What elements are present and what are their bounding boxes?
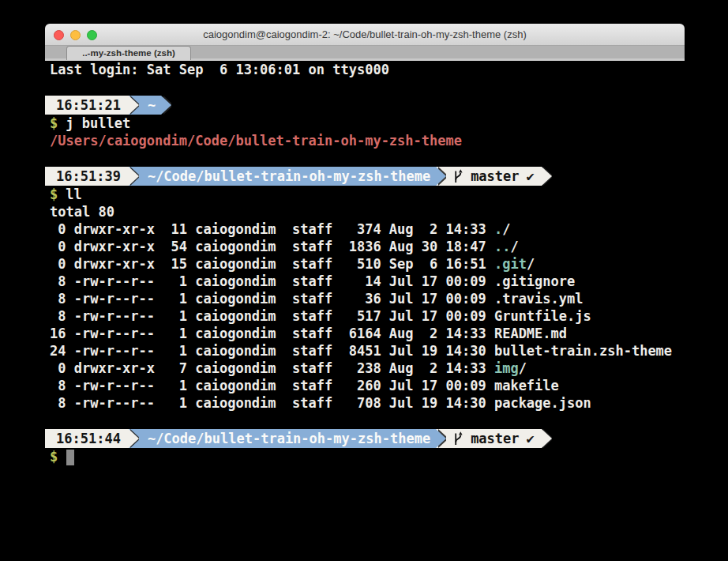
ls-suffix: / <box>510 239 518 254</box>
ls-meta: 0 drwxr-xr-x 11 caiogondim staff 374 Aug… <box>50 221 494 237</box>
ls-row: 0 drwxr-xr-x 11 caiogondim staff 374 Aug… <box>45 220 699 238</box>
command-line: $ll <box>45 186 699 203</box>
ls-suffix: / <box>527 256 535 272</box>
prompt-git-segment: master ✔ <box>446 167 542 186</box>
prompt-line: 16:51:44 ~/Code/bullet-train-oh-my-zsh-t… <box>45 429 699 448</box>
tab-bar: ..-my-zsh-theme (zsh) <box>45 46 685 61</box>
prompt-time-segment: 16:51:21 <box>45 96 129 115</box>
git-clean-check-icon: ✔ <box>527 431 535 446</box>
prompt-symbol: $ <box>50 186 58 202</box>
ls-meta: 16 -rw-r--r-- 1 caiogondim staff 6164 Au… <box>50 326 494 341</box>
ls-name: .. <box>494 239 510 254</box>
prompt-git-segment: master ✔ <box>446 429 542 448</box>
ls-meta: 8 -rw-r--r-- 1 caiogondim staff 14 Jul 1… <box>50 273 494 289</box>
powerline-separator-icon <box>436 167 446 186</box>
terminal-screen[interactable]: Last login: Sat Sep 6 13:06:01 on ttys00… <box>45 61 699 465</box>
ls-total-line: total 80 <box>45 203 699 220</box>
command-text: j bullet <box>66 115 130 131</box>
git-branch-name: master <box>471 431 519 446</box>
prompt-line: 16:51:21 ~ <box>45 96 699 115</box>
command-text: ll <box>66 186 81 202</box>
git-branch-icon <box>453 169 463 184</box>
prompt-dir: ~ <box>148 97 156 113</box>
ls-name: package.json <box>494 395 591 411</box>
ls-row: 16 -rw-r--r-- 1 caiogondim staff 6164 Au… <box>45 325 699 342</box>
powerline-separator-icon <box>129 96 139 115</box>
ls-name: .git <box>494 256 527 272</box>
ls-meta: 8 -rw-r--r-- 1 caiogondim staff 36 Jul 1… <box>50 291 494 307</box>
ls-row: 8 -rw-r--r-- 1 caiogondim staff 517 Jul … <box>45 307 699 325</box>
powerline-separator-icon <box>129 429 139 448</box>
ls-name: .travis.yml <box>494 291 584 307</box>
ls-row: 8 -rw-r--r-- 1 caiogondim staff 260 Jul … <box>45 377 699 394</box>
prompt-dir-segment: ~/Code/bullet-train-oh-my-zsh-theme <box>139 429 436 448</box>
zoom-button[interactable] <box>87 30 97 40</box>
traffic-lights <box>54 30 97 40</box>
ls-row: 0 drwxr-xr-x 54 caiogondim staff 1836 Au… <box>45 238 699 255</box>
ls-meta: 0 drwxr-xr-x 7 caiogondim staff 238 Aug … <box>50 360 494 376</box>
ls-suffix: / <box>502 221 510 237</box>
ls-meta: 8 -rw-r--r-- 1 caiogondim staff 708 Jul … <box>50 395 494 411</box>
prompt-dir: ~/Code/bullet-train-oh-my-zsh-theme <box>148 431 430 446</box>
ls-row: 0 drwxr-xr-x 7 caiogondim staff 238 Aug … <box>45 360 699 377</box>
window-title: caiogondim@caiogondim-2: ~/Code/bullet-t… <box>45 24 685 45</box>
prompt-time-segment: 16:51:44 <box>45 429 129 448</box>
jump-output-line: /Users/caiogondim/Code/bullet-train-oh-m… <box>45 132 699 149</box>
terminal-cursor <box>66 450 74 465</box>
ls-row: 8 -rw-r--r-- 1 caiogondim staff 36 Jul 1… <box>45 290 699 307</box>
command-line: $j bullet <box>45 115 699 132</box>
ls-name: Gruntfile.js <box>494 308 591 324</box>
minimize-button[interactable] <box>70 30 81 40</box>
ls-meta: 8 -rw-r--r-- 1 caiogondim staff 517 Jul … <box>50 308 494 324</box>
prompt-symbol: $ <box>50 449 58 465</box>
git-branch-name: master <box>471 168 519 184</box>
powerline-separator-icon <box>542 167 552 186</box>
prompt-line: 16:51:39 ~/Code/bullet-train-oh-my-zsh-t… <box>45 167 699 186</box>
blank-line <box>45 412 699 429</box>
prompt-time: 16:51:39 <box>56 168 121 184</box>
ls-name: README.md <box>494 326 567 341</box>
tab-my-zsh-theme[interactable]: ..-my-zsh-theme (zsh) <box>66 46 191 60</box>
prompt-time: 16:51:21 <box>56 97 121 113</box>
git-clean-check-icon: ✔ <box>527 168 535 184</box>
blank-line <box>45 78 699 96</box>
prompt-dir-segment: ~ <box>139 96 161 115</box>
command-line: $ <box>45 448 699 465</box>
ls-row: 8 -rw-r--r-- 1 caiogondim staff 708 Jul … <box>45 394 699 412</box>
ls-meta: 0 drwxr-xr-x 54 caiogondim staff 1836 Au… <box>50 239 494 254</box>
powerline-separator-icon <box>129 167 139 186</box>
ls-name: . <box>494 221 502 237</box>
powerline-separator-icon <box>436 429 446 448</box>
ls-name: bullet-train.zsh-theme <box>494 343 672 359</box>
close-button[interactable] <box>54 30 64 40</box>
ls-meta: 8 -rw-r--r-- 1 caiogondim staff 260 Jul … <box>50 378 494 393</box>
ls-row: 0 drwxr-xr-x 15 caiogondim staff 510 Sep… <box>45 255 699 273</box>
ls-suffix: / <box>519 360 527 376</box>
ls-name: .gitignore <box>494 273 575 289</box>
terminal-window: caiogondim@caiogondim-2: ~/Code/bullet-t… <box>45 24 685 61</box>
powerline-separator-icon <box>542 429 552 448</box>
last-login-line: Last login: Sat Sep 6 13:06:01 on ttys00… <box>45 61 699 78</box>
prompt-dir: ~/Code/bullet-train-oh-my-zsh-theme <box>148 168 430 184</box>
blank-line <box>45 149 699 167</box>
ls-meta: 24 -rw-r--r-- 1 caiogondim staff 8451 Ju… <box>50 343 494 359</box>
ls-row: 24 -rw-r--r-- 1 caiogondim staff 8451 Ju… <box>45 342 699 360</box>
ls-row: 8 -rw-r--r-- 1 caiogondim staff 14 Jul 1… <box>45 273 699 290</box>
prompt-time: 16:51:44 <box>56 431 121 446</box>
title-bar[interactable]: caiogondim@caiogondim-2: ~/Code/bullet-t… <box>45 24 685 46</box>
ls-name: img <box>494 360 519 376</box>
git-branch-icon <box>453 431 463 446</box>
prompt-time-segment: 16:51:39 <box>45 167 129 186</box>
powerline-separator-icon <box>161 96 171 115</box>
ls-meta: 0 drwxr-xr-x 15 caiogondim staff 510 Sep… <box>50 256 494 272</box>
ls-name: makefile <box>494 378 559 393</box>
prompt-symbol: $ <box>50 115 58 131</box>
prompt-dir-segment: ~/Code/bullet-train-oh-my-zsh-theme <box>139 167 436 186</box>
